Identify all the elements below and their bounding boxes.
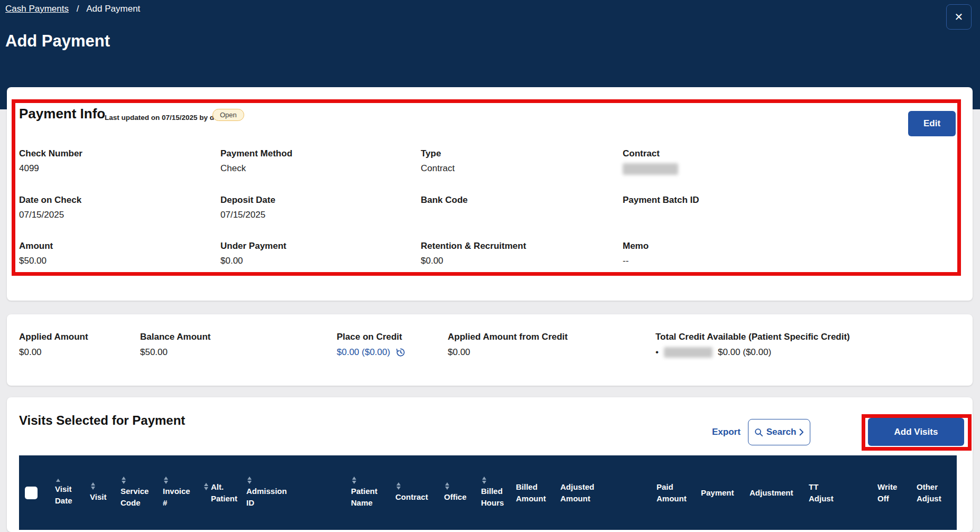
field-label: Amount (19, 241, 53, 251)
summary-applied-amount: Applied Amount $0.00 (19, 332, 88, 358)
field-value (421, 210, 468, 220)
bullet-icon: • (655, 347, 659, 358)
field-date-on-check: Date on Check 07/15/2025 (19, 195, 81, 220)
breadcrumb-separator: / (77, 4, 79, 14)
field-label: Payment Method (220, 148, 292, 159)
sort-icon (204, 483, 208, 490)
place-on-credit-link[interactable]: $0.00 ($0.00) (337, 347, 390, 358)
sort-icon (122, 477, 126, 484)
sort-icon (482, 477, 486, 484)
column-header-invoice-number[interactable]: Invoice # (163, 477, 203, 509)
edit-button[interactable]: Edit (908, 111, 956, 136)
column-header-contract[interactable]: Contract (395, 482, 444, 503)
field-label: Check Number (19, 148, 82, 159)
status-badge: Open (212, 109, 244, 121)
add-payment-page: Cash Payments / Add Payment ✕ Add Paymen… (0, 0, 980, 532)
field-label: Under Payment (220, 241, 286, 251)
sort-icon (247, 477, 252, 484)
column-header-write-off: Write Off (877, 481, 917, 505)
field-deposit-date: Deposit Date 07/15/2025 (220, 195, 275, 220)
column-header-billed-hours[interactable]: Billed Hours (481, 477, 516, 509)
field-value: $0.00 (220, 256, 286, 266)
summary-value: $50.00 (140, 347, 211, 358)
breadcrumb-link-cash-payments[interactable]: Cash Payments (5, 4, 69, 14)
sort-icon (352, 477, 356, 484)
history-icon[interactable] (395, 347, 406, 358)
field-amount: Amount $50.00 (19, 241, 53, 266)
sort-icon (445, 482, 449, 490)
visits-section-title: Visits Selected for Payment (19, 413, 185, 428)
close-button[interactable]: ✕ (946, 4, 972, 30)
summary-label: Applied Amount (19, 332, 88, 342)
column-header-billed-amount: Billed Amount (516, 481, 560, 505)
field-value: 4099 (19, 163, 82, 174)
field-payment-batch-id: Payment Batch ID (623, 195, 699, 220)
field-retention-recruitment: Retention & Recruitment $0.00 (421, 241, 526, 266)
field-label: Memo (623, 241, 649, 251)
field-contract: Contract (623, 148, 678, 175)
summary-applied-from-credit: Applied Amount from Credit $0.00 (448, 332, 568, 358)
column-header-office[interactable]: Office (444, 482, 481, 503)
summary-label: Place on Credit (337, 332, 406, 342)
field-memo: Memo -- (623, 241, 649, 266)
field-value: 07/15/2025 (220, 210, 275, 220)
field-label: Payment Batch ID (623, 195, 699, 206)
field-value: Check (220, 163, 292, 174)
redacted-value (623, 163, 678, 175)
field-value-redacted (623, 163, 678, 175)
field-value: -- (623, 256, 649, 266)
search-button[interactable]: Search (748, 419, 810, 445)
field-label: Retention & Recruitment (421, 241, 526, 251)
select-all-checkbox[interactable] (25, 487, 38, 499)
summary-value: $0.00 (19, 347, 88, 358)
field-value: Contract (421, 163, 455, 174)
summary-value: $0.00 (448, 347, 568, 358)
column-header-alt-patient[interactable]: Alt. Patient (203, 481, 246, 505)
column-header-admission-id[interactable]: Admission ID (246, 477, 351, 509)
summary-balance-amount: Balance Amount $50.00 (140, 332, 211, 358)
search-icon (754, 428, 763, 437)
sort-icon (396, 482, 401, 490)
summary-value: • $0.00 ($0.00) (655, 347, 850, 358)
column-header-paid-amount: Paid Amount (657, 481, 701, 505)
column-header-adjustment: Adjustment (750, 487, 809, 499)
sort-icon (91, 482, 95, 490)
column-header-service-code[interactable]: Service Code (121, 477, 163, 509)
add-visits-button[interactable]: Add Visits (868, 418, 964, 446)
summary-place-on-credit: Place on Credit $0.00 ($0.00) (337, 332, 406, 358)
column-header-other-adjust: Other Adjust (917, 481, 959, 505)
field-payment-method: Payment Method Check (220, 148, 292, 174)
field-value: 07/15/2025 (19, 210, 81, 220)
sort-asc-icon (56, 479, 60, 482)
field-value: $0.00 (421, 256, 526, 266)
column-header-patient-name[interactable]: Patient Name (351, 477, 395, 509)
field-label: Bank Code (421, 195, 468, 206)
summary-label: Balance Amount (140, 332, 211, 342)
field-type: Type Contract (421, 148, 455, 174)
field-under-payment: Under Payment $0.00 (220, 241, 286, 266)
column-header-adjusted-amount: Adjusted Amount (560, 481, 657, 505)
field-label: Type (421, 148, 455, 159)
breadcrumb-current: Add Payment (86, 4, 140, 14)
close-icon: ✕ (955, 11, 964, 23)
field-label: Deposit Date (220, 195, 275, 206)
visits-table-header: Visit Date Visit Service Code Invoice # … (19, 455, 957, 530)
column-header-payment: Payment (701, 487, 750, 499)
breadcrumb: Cash Payments / Add Payment (5, 4, 140, 14)
column-header-visit[interactable]: Visit (90, 482, 121, 503)
field-label: Date on Check (19, 195, 81, 206)
column-header-tt-adjust: TT Adjust (809, 481, 877, 505)
field-check-number: Check Number 4099 (19, 148, 82, 174)
chevron-right-icon (799, 428, 804, 436)
summary-label: Total Credit Available (Patient Specific… (655, 332, 850, 342)
summary-total-credit: Total Credit Available (Patient Specific… (655, 332, 850, 358)
page-title: Add Payment (5, 32, 110, 51)
field-value: $50.00 (19, 256, 53, 266)
payment-info-title: Payment Info (19, 106, 105, 122)
select-all-cell (19, 487, 55, 499)
field-label: Contract (623, 148, 678, 159)
field-bank-code: Bank Code (421, 195, 468, 220)
export-button[interactable]: Export (712, 427, 741, 437)
column-header-visit-date[interactable]: Visit Date (55, 479, 90, 507)
field-value (623, 210, 699, 220)
